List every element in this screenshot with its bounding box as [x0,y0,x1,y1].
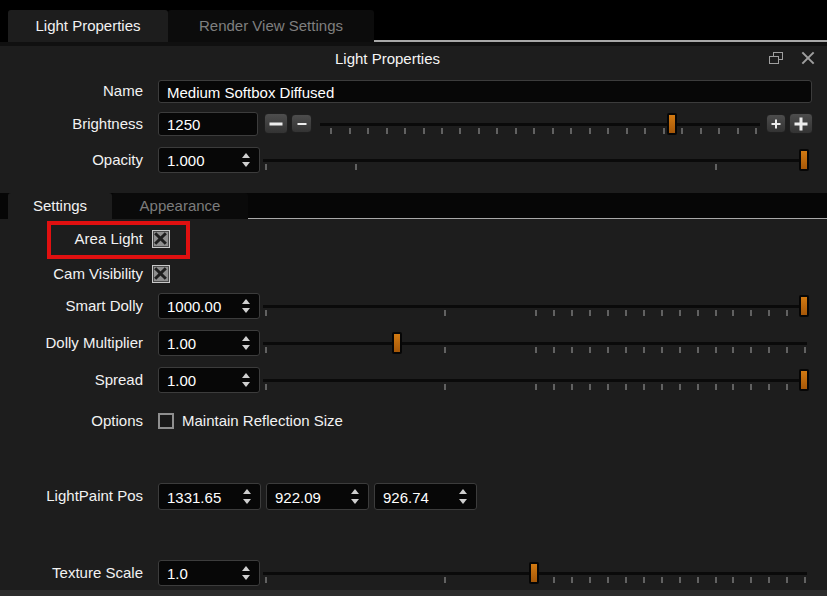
slider-tick [768,577,770,583]
brightness-slider-track[interactable] [320,123,760,126]
slider-tick [755,128,757,134]
opacity-slider-track[interactable] [263,159,807,162]
spread-spinner[interactable]: 1.00 [158,367,260,393]
texture_scale-slider-handle[interactable] [529,562,539,584]
slider-tick [679,310,681,316]
slider-tick [478,128,480,134]
slider-tick [715,310,717,316]
opacity-slider[interactable] [263,147,807,173]
smart_dolly-slider-track[interactable] [263,305,807,308]
texture-scale-spinner[interactable]: 1.0 [158,560,260,586]
brightness-slider-handle[interactable] [667,113,677,135]
slider-tick [444,384,446,390]
slider-tick [768,384,770,390]
dolly_multiplier-slider-handle[interactable] [392,332,402,354]
slider-tick [715,164,717,170]
slider-tick [571,577,573,583]
slider-tick [265,577,267,583]
slider-tick [607,347,609,353]
slider-tick [737,128,739,134]
smart_dolly-slider-handle[interactable] [799,295,809,317]
slider-tick [732,577,734,583]
light-properties-panel: Light Properties Render View Settings Li… [0,0,827,596]
slider-tick [533,128,535,134]
brightness-decrease-small-button[interactable] [291,114,312,133]
tab-render-view-settings[interactable]: Render View Settings [168,10,374,42]
slider-tick [553,384,555,390]
slider-tick [444,310,446,316]
slider-tick [607,577,609,583]
sub-tab-filler [248,193,827,219]
spread-slider-track[interactable] [263,379,807,382]
close-icon[interactable] [801,51,815,65]
slider-tick [732,310,734,316]
texture-scale-slider[interactable] [263,560,807,586]
brightness-increase-large-button[interactable] [789,113,813,134]
slider-tick [444,577,446,583]
maintain-reflection-size-checkbox[interactable] [158,413,174,429]
slider-tick [768,310,770,316]
smart-dolly-label: Smart Dolly [65,296,143,316]
brightness-increase-small-button[interactable] [766,114,786,133]
spread-slider-handle[interactable] [799,369,809,391]
slider-tick [515,128,517,134]
slider-tick [386,128,388,134]
brightness-input[interactable]: 1250 [158,112,258,136]
slider-tick [732,347,734,353]
smart-dolly-spinner[interactable]: 1000.00 [158,293,260,319]
slider-tick [750,384,752,390]
slider-tick [697,310,699,316]
smart-dolly-slider[interactable] [263,293,807,319]
slider-tick [355,164,357,170]
slider-tick [661,384,663,390]
slider-tick [496,128,498,134]
slider-tick [679,384,681,390]
slider-tick [697,384,699,390]
dolly_multiplier-slider-track[interactable] [263,342,807,345]
texture-scale-label: Texture Scale [52,563,143,583]
slider-tick [607,310,609,316]
slider-tick [681,128,683,134]
slider-tick [444,347,446,353]
opacity-slider-handle[interactable] [799,149,809,171]
lightpaint-y-spinner[interactable]: 922.09 [266,483,369,510]
brightness-slider[interactable] [320,111,760,137]
name-input[interactable]: Medium Softbox Diffused [158,80,812,103]
cam-visibility-label: Cam Visibility [53,264,143,284]
slider-tick [804,577,806,583]
panel-title: Light Properties [0,46,775,72]
slider-tick [750,347,752,353]
slider-tick [625,384,627,390]
tab-appearance[interactable]: Appearance [112,193,248,219]
slider-tick [786,384,788,390]
slider-tick [715,384,717,390]
slider-tick [786,310,788,316]
slider-tick [571,347,573,353]
tab-settings[interactable]: Settings [8,193,112,219]
lightpaint-z-spinner[interactable]: 926.74 [374,483,477,510]
lightpaint-x-spinner[interactable]: 1331.65 [158,483,261,510]
tab-light-properties[interactable]: Light Properties [8,10,168,42]
spread-slider[interactable] [263,367,807,393]
slider-tick [679,577,681,583]
slider-tick [804,347,806,353]
opacity-spinner[interactable]: 1.000 [158,147,260,173]
dolly-multiplier-slider[interactable] [263,330,807,356]
dolly-multiplier-spinner[interactable]: 1.00 [158,330,260,356]
slider-tick [625,310,627,316]
slider-tick [607,128,609,134]
slider-tick [750,577,752,583]
slider-tick [570,128,572,134]
cam-visibility-checkbox[interactable] [152,265,170,283]
slider-tick [718,128,720,134]
window-bottom-edge [0,590,827,596]
brightness-decrease-large-button[interactable] [264,113,288,134]
slider-tick [661,347,663,353]
slider-tick [589,310,591,316]
slider-tick [589,384,591,390]
slider-tick [441,128,443,134]
float-icon[interactable] [769,52,783,64]
slider-tick [644,128,646,134]
slider-tick [715,577,717,583]
slider-tick [535,310,537,316]
